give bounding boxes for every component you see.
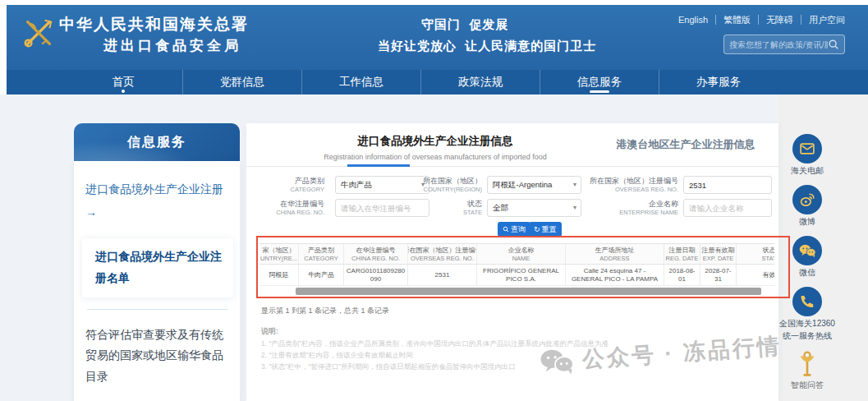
top-link-3[interactable]: 无障碍 [758,15,793,25]
table-col-header: 企业名称NAME [477,244,566,264]
search-button[interactable]: 查询 [498,222,530,237]
assistant-mascot[interactable]: 智能问答 [791,350,824,390]
page: 中华人民共和国海关总署 进出口食品安全局 守国门 促发展 当好让党放心 让人民满… [0,0,868,401]
table-cell: 2018-08-01 [664,265,700,285]
customs-emblem-icon [21,15,56,54]
form-buttons: 查询 ↻ 重置 [246,222,778,238]
enterprise-name-label: 企业名称ENTERPRISE NAME [575,199,678,217]
nav-item-政策法规[interactable]: 政策法规 [420,70,540,94]
sidebar-item-3[interactable]: 符合评估审查要求及有传统贸易的国家或地区输华食品目录 [85,325,230,389]
table-col-header: 所在国家（地区）注册编号OVERSEAS REG. NO. [408,244,477,264]
org-title-line1: 中华人民共和国海关总署 [59,14,249,35]
search-icon[interactable] [828,39,839,50]
table-col-header: 注册日期REG. DATE [664,244,700,264]
overseas-regno-input[interactable] [683,176,772,194]
top-link-1[interactable]: English [678,15,708,25]
toolbar-label: 微信 [799,268,815,278]
toolbar-item-海关电邮[interactable]: 海关电邮 [791,134,824,176]
table-cell: 牛肉产品 [299,265,344,285]
table-cell: FRIGORÍFICO GENERAL PICO S.A. [477,265,566,285]
note-line-2: 2. “注册有效期”栏内容，指该企业有效期截止时间 [261,349,721,361]
toolbar-item-微博[interactable]: 微博 [792,185,822,227]
tab-subtitle: Registration information of overseas man… [279,153,591,161]
table-row: 阿根廷牛肉产品CARG010118092800902531FRIGORÍFICO… [259,265,774,286]
table-col-header: 注册有效期EXP. DATE [700,244,737,264]
country-select[interactable]: 阿根廷-Argentina▾ [487,176,581,194]
main-nav: 首页党群信息工作信息政策法规信息服务办事服务 [7,70,868,94]
note-line-1: 1. “产品类别”栏内容，指该企业产品所属类别，准许向中国境内出口的具体产品以注… [261,338,721,349]
search-icon [503,226,509,233]
table-header-row: 家（地区）UNTRY(RE...产品类别CATEGORY在华注册编号CHINA … [259,243,774,265]
org-title-line2: 进出口食品安全局 [103,36,241,55]
top-utility-links: English繁體版无障碍用户空间 [678,14,845,26]
table-col-header: 状态STAT [737,244,774,264]
table-col-header: 家（地区）UNTRY(RE... [259,244,299,264]
table-cell: 阿根廷 [259,265,299,285]
table-cell: CARG01011809280090 [344,265,408,285]
table-col-header: 在华注册编号CHINA REG. NO. [344,244,408,264]
table-cell: Calle 24 esquina 47 - GENERAL PICO - LA … [566,265,664,285]
sidebar: 信息服务 进口食品境外生产企业注册→进口食品境外生产企业注册名单符合评估审查要求… [74,123,240,401]
toolbar-label: 全国海关12360 [779,319,835,329]
state-select[interactable]: 全部▾ [487,199,581,217]
sidebar-divider [87,309,228,310]
refresh-icon: ↻ [534,226,540,233]
china-regno-label: 在华注册编号CHINA REG. NO. [246,199,324,217]
phone-icon [792,287,822,316]
assistant-label: 智能问答 [791,380,824,390]
slogan-line2: 当好让党放心 让人民满意的国门卫士 [378,39,596,54]
tab-title: 进口食品境外生产企业注册信息 [279,134,591,149]
reset-button[interactable]: ↻ 重置 [529,222,562,237]
table-col-header: 生产场所地址ADDRESS [566,244,664,264]
main-content-card: 进口食品境外生产企业注册信息 Registration information … [246,123,778,401]
sidebar-item-label: 符合评估审查要求及有传统贸易的国家或地区输华食品目录 [85,328,223,384]
top-link-4[interactable]: 用户空间 [801,15,845,25]
pagination-summary: 显示第 1 到第 1 条记录，总共 1 条记录 [261,306,389,316]
toolbar-label: 微博 [799,217,815,227]
category-label: 产品类别CATEGORY [246,176,324,194]
notes-list: 1. “产品类别”栏内容，指该企业产品所属类别，准许向中国境内出口的具体产品以注… [261,338,721,372]
toolbar-label: 海关电邮 [791,166,824,176]
sidebar-menu: 进口食品境外生产企业注册→进口食品境外生产企业注册名单符合评估审查要求及有传统贸… [74,161,240,401]
sidebar-item-1[interactable]: 进口食品境外生产企业注册→ [85,179,230,224]
mascot-icon [796,350,819,378]
side-toolbar: 海关电邮微博微信全国海关12360统一服务热线智能问答 [776,134,838,390]
table-horizontal-scrollbar[interactable] [296,288,761,295]
results-table: 家（地区）UNTRY(RE...产品类别CATEGORY在华注册编号CHINA … [259,243,774,286]
toolbar-item-全国海关12360[interactable]: 全国海关12360统一服务热线 [779,287,835,341]
weibo-icon [792,185,822,214]
enterprise-name-input[interactable] [683,199,772,217]
sidebar-title: 信息服务 [74,123,240,161]
site-header: 中华人民共和国海关总署 进出口食品安全局 守国门 促发展 当好让党放心 让人民满… [7,5,868,70]
nav-item-首页[interactable]: 首页 [64,70,182,94]
sidebar-item-label: 进口食品境外生产企业注册名单 [95,250,222,284]
notes-title: 说明: [261,326,278,337]
tab-hmt-registration[interactable]: 港澳台地区生产企业注册信息 [608,137,764,152]
country-label: 所在国家（地区）COUNTRY(REGION) [394,176,482,194]
top-link-2[interactable]: 繁體版 [715,15,751,25]
sidebar-item-label: 进口食品境外生产企业注册 [85,182,223,196]
slogan-line1: 守国门 促发展 [421,17,508,33]
nav-item-办事服务[interactable]: 办事服务 [659,70,778,94]
wechat-icon [792,236,822,265]
tabs-divider [246,166,778,167]
mail-icon [792,134,822,164]
table-cell: 2531 [408,265,477,285]
table-col-header: 产品类别CATEGORY [299,244,344,264]
toolbar-label: 统一服务热线 [783,331,832,341]
table-cell: 2028-07-31 [700,265,737,285]
toolbar-item-微信[interactable]: 微信 [792,236,822,278]
table-cell: 有效 [737,265,774,285]
overseas-regno-label: 所在国家（地区）注册编号OVERSEAS REG. NO. [575,176,678,194]
nav-item-信息服务[interactable]: 信息服务 [540,70,659,94]
state-label: 状态STATE [394,199,482,217]
tab-overseas-registration[interactable]: 进口食品境外生产企业注册信息 Registration information … [279,134,591,161]
note-line-3: 3. “状态”栏中，“暂停进口”所列期间，指自该日期起相应的食品暂停向中国境内出… [261,361,721,372]
nav-item-党群信息[interactable]: 党群信息 [182,70,301,94]
search-input[interactable] [729,40,828,49]
site-search[interactable] [723,35,845,54]
arrow-right-icon: → [85,202,230,224]
nav-item-工作信息[interactable]: 工作信息 [301,70,420,94]
active-tab-indicator [347,164,410,167]
sidebar-item-2[interactable]: 进口食品境外生产企业注册名单 [82,238,233,297]
